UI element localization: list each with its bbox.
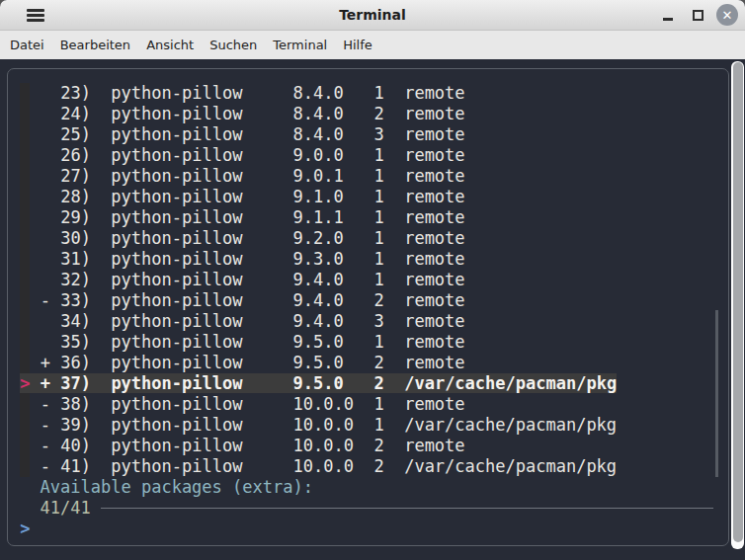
fzf-row-35[interactable]: 35) python-pillow 9.5.0 1 remote	[0, 332, 728, 353]
fzf-row-40[interactable]: - 40) python-pillow 10.0.0 2 remote	[0, 436, 728, 456]
menu-item-hilfe[interactable]: Hilfe	[343, 38, 372, 52]
terminal-screen[interactable]: 23) python-pillow 8.4.0 1 remote 24) pyt…	[0, 59, 745, 560]
menu-item-bearbeiten[interactable]: Bearbeiten	[60, 38, 130, 52]
fzf-row-41[interactable]: - 41) python-pillow 10.0.0 2 /var/cache/…	[0, 456, 728, 477]
fzf-match-count: 41/41	[41, 498, 91, 519]
fzf-row-29[interactable]: 29) python-pillow 9.1.1 1 remote	[0, 207, 728, 228]
fzf-separator-line	[101, 508, 713, 509]
menu-item-suchen[interactable]: Suchen	[209, 38, 257, 52]
fzf-row-38[interactable]: - 38) python-pillow 10.0.0 1 remote	[0, 394, 728, 415]
fzf-row-25[interactable]: 25) python-pillow 8.4.0 3 remote	[0, 124, 728, 145]
maximize-icon	[693, 10, 704, 21]
fzf-row-24[interactable]: 24) python-pillow 8.4.0 2 remote	[0, 104, 728, 124]
window-controls: ✕	[650, 0, 739, 30]
terminal-scrollbar[interactable]	[731, 61, 744, 549]
fzf-row-33[interactable]: - 33) python-pillow 9.4.0 2 remote	[0, 290, 728, 311]
fzf-row-34[interactable]: 34) python-pillow 9.4.0 3 remote	[0, 311, 728, 332]
fzf-prompt[interactable]: >	[0, 519, 728, 539]
fzf-row-27[interactable]: 27) python-pillow 9.0.1 1 remote	[0, 166, 728, 187]
fzf-row-36[interactable]: + 36) python-pillow 9.5.0 2 remote	[0, 353, 728, 373]
fzf-row-37[interactable]: > + 37) python-pillow 9.5.0 2 /var/cache…	[0, 373, 728, 394]
menu-item-ansicht[interactable]: Ansicht	[146, 38, 194, 52]
fzf-list: 23) python-pillow 8.4.0 1 remote 24) pyt…	[0, 83, 728, 539]
fzf-prompt-icon: >	[20, 519, 30, 538]
fzf-row-28[interactable]: 28) python-pillow 9.1.0 1 remote	[0, 187, 728, 207]
close-button[interactable]: ✕	[715, 3, 739, 27]
fzf-info: 41/41	[0, 498, 728, 519]
minimize-icon	[663, 18, 673, 21]
fzf-row-26[interactable]: 26) python-pillow 9.0.0 1 remote	[0, 145, 728, 166]
fzf-header: Available packages (extra):	[0, 477, 728, 498]
window-title: Terminal	[0, 0, 745, 30]
menu-item-terminal[interactable]: Terminal	[273, 38, 327, 52]
titlebar: Terminal ✕	[0, 0, 745, 31]
minimize-button[interactable]	[656, 3, 680, 27]
fzf-row-39[interactable]: - 39) python-pillow 10.0.0 1 /var/cache/…	[0, 415, 728, 436]
terminal-window: Terminal ✕ DateiBearbeitenAnsichtSuchenT…	[0, 0, 745, 560]
fzf-row-32[interactable]: 32) python-pillow 9.4.0 1 remote	[0, 270, 728, 290]
fzf-pointer-icon: >	[20, 373, 30, 393]
terminal-scrollbar-thumb[interactable]	[733, 62, 743, 542]
fzf-list-scrollbar[interactable]	[715, 310, 718, 477]
maximize-button[interactable]	[686, 3, 709, 27]
close-icon: ✕	[716, 4, 738, 26]
fzf-row-23[interactable]: 23) python-pillow 8.4.0 1 remote	[0, 83, 728, 104]
fzf-row-31[interactable]: 31) python-pillow 9.3.0 1 remote	[0, 249, 728, 270]
menu-item-datei[interactable]: Datei	[10, 38, 44, 52]
menubar: DateiBearbeitenAnsichtSuchenTerminalHilf…	[0, 31, 745, 59]
fzf-row-30[interactable]: 30) python-pillow 9.2.0 1 remote	[0, 228, 728, 249]
